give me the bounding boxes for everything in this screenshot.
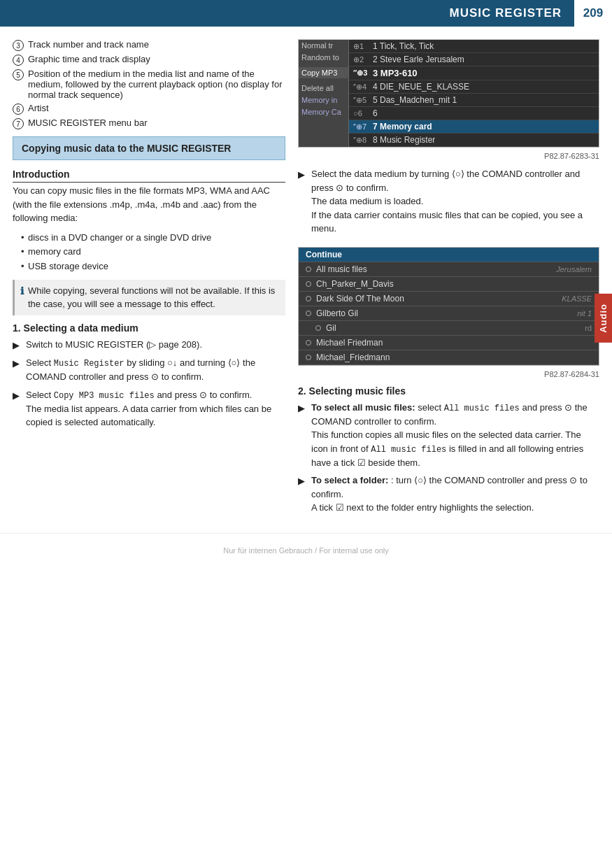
step1-heading: 1. Selecting a data medium: [13, 322, 285, 334]
menu-row-7: Michael_Friedmann: [299, 350, 599, 365]
right-arrow-step2-2: ▶: [298, 474, 308, 488]
step1-item-3: ▶ Select Copy MP3 music files and press …: [13, 388, 285, 429]
arrow-icon-2: ▶: [13, 357, 22, 371]
dot-icon-2: [306, 281, 311, 287]
menu-label-5: Gil: [326, 323, 336, 333]
item-6-text: Artist: [28, 103, 49, 113]
item-5-text: Position of the medium in the media list…: [28, 69, 285, 100]
list-item-3: 3 Track number and track name: [13, 39, 285, 51]
circle-5: 5: [13, 69, 24, 80]
menu-row-1: All music files Jerusalem: [299, 262, 599, 277]
screenshot2-caption: P82.87-6284-31: [298, 370, 599, 378]
screen-row-7: ″⊕7 7 Memory card: [349, 120, 599, 134]
bullet-2: memory card: [21, 245, 285, 259]
page-header: MUSIC REGISTER 209: [0, 0, 612, 27]
section-box-title: Copying music data to the MUSIC REGISTER: [22, 143, 231, 154]
screen-row-4: ″⊕4 4 DIE_NEUE_E_KLASSE: [349, 80, 599, 94]
screenshot1: Normal tr Random to Copy MP3 Delete all …: [298, 39, 599, 148]
menu-row-6: Michael Friedman: [299, 336, 599, 350]
step2-bold-1: To select all music files:: [311, 402, 415, 413]
dot-icon-3: [306, 296, 311, 301]
intro-paragraph: You can copy music files in the file for…: [13, 184, 285, 225]
menu-row-4: Gilberto Gil nit 1: [299, 306, 599, 321]
dot-icon-7: [306, 355, 311, 360]
circle-list: 3 Track number and track name 4 Graphic …: [13, 39, 285, 129]
left-column: 3 Track number and track name 4 Graphic …: [13, 39, 285, 519]
page-footer: Nur für internen Gebrauch / For internal…: [0, 533, 612, 562]
list-item-5: 5 Position of the medium in the media li…: [13, 69, 285, 100]
arrow-icon-1: ▶: [13, 339, 22, 353]
menu-label-7: Michael_Friedmann: [316, 353, 390, 362]
step2-item-1: ▶ To select all music files: select All …: [298, 401, 599, 470]
header-title: MUSIC REGISTER: [0, 6, 574, 20]
code-all-music-2: All music files: [371, 445, 446, 455]
circle-4: 4: [13, 55, 24, 66]
code-music-register: Music Register: [54, 359, 124, 369]
item-4-text: Graphic time and track display: [28, 54, 150, 64]
info-icon: ℹ: [20, 284, 24, 299]
code-all-music: All music files: [444, 404, 520, 413]
bullet-1: discs in a DVD changer or a single DVD d…: [21, 231, 285, 246]
bullet-list: discs in a DVD changer or a single DVD d…: [21, 231, 285, 274]
menu-label-1: All music files: [316, 264, 367, 274]
step1-text-1: Switch to MUSIC REGISTER (▷ page 208).: [26, 338, 202, 352]
circle-6: 6: [13, 104, 24, 115]
menu-row-5: Gil rd: [299, 321, 599, 336]
step1-text-2: Select Music Register by sliding ○↓ and …: [26, 356, 285, 384]
introduction-heading: Introduction: [13, 169, 285, 183]
screen-row-2: ⊕2 2 Steve Earle Jerusalem: [349, 53, 599, 66]
menu-label-3: Dark Side Of The Moon: [316, 294, 404, 304]
right-select-text-1: Select the data medium by turning ⟨○⟩ th…: [311, 167, 599, 236]
code-copy-mp3: Copy MP3 music files: [54, 391, 155, 401]
step2-heading: 2. Selecting music files: [298, 385, 599, 397]
dot-icon-5: [315, 325, 321, 331]
dot-icon-4: [306, 311, 311, 316]
item-7-text: MUSIC REGISTER menu bar: [28, 118, 148, 128]
right-arrow-step2-1: ▶: [298, 401, 308, 415]
list-item-7: 7 MUSIC REGISTER menu bar: [13, 118, 285, 129]
circle-7: 7: [13, 118, 24, 129]
circle-3: 3: [13, 40, 24, 51]
section-box: Copying music data to the MUSIC REGISTER: [13, 136, 285, 160]
dot-icon-1: [306, 266, 311, 272]
screen-row-8: ″⊕8 8 Music Register: [349, 134, 599, 147]
step2-text-1: To select all music files: select All mu…: [311, 401, 599, 470]
page-body: 3 Track number and track name 4 Graphic …: [0, 27, 612, 519]
info-block: ℹ While copying, several functions will …: [13, 280, 285, 315]
item-3-text: Track number and track name: [28, 39, 149, 50]
right-select-item-1: ▶ Select the data medium by turning ⟨○⟩ …: [298, 167, 599, 236]
list-item-6: 6 Artist: [13, 103, 285, 115]
menu-header-label: Continue: [306, 250, 342, 259]
screen-row-1: ⊕1 1 Tick, Tick, Tick: [349, 40, 599, 53]
step1-text-3: Select Copy MP3 music files and press ⊙ …: [26, 388, 285, 429]
arrow-icon-3: ▶: [13, 389, 22, 403]
footer-text: Nur für internen Gebrauch / For internal…: [223, 546, 389, 555]
step2-text-2: To select a folder: : turn ⟨○⟩ the COMAN…: [311, 474, 599, 515]
screenshot1-caption: P82.87-6283-31: [298, 152, 599, 160]
menu-label-6: Michael Friedman: [316, 338, 383, 348]
step1-item-1: ▶ Switch to MUSIC REGISTER (▷ page 208).: [13, 338, 285, 353]
screen-row-5: ″⊕5 5 Das_Madchen_mit 1: [349, 94, 599, 107]
screen-row-6: ○6 6: [349, 107, 599, 120]
step2-item-2: ▶ To select a folder: : turn ⟨○⟩ the COM…: [298, 474, 599, 515]
right-arrow-1: ▶: [298, 168, 308, 182]
audio-tab: Audio: [595, 294, 612, 343]
step2-bold-2: To select a folder:: [311, 475, 388, 485]
page-number: 209: [574, 0, 612, 27]
dot-icon-6: [306, 340, 311, 346]
info-text: While copying, several functions will no…: [28, 284, 280, 311]
menu-label-4: Gilberto Gil: [316, 308, 358, 318]
step1-item-2: ▶ Select Music Register by sliding ○↓ an…: [13, 356, 285, 384]
right-column: Normal tr Random to Copy MP3 Delete all …: [298, 39, 599, 519]
menu-header-row: Continue: [299, 248, 599, 262]
menu-row-2: Ch_Parker_M_Davis: [299, 277, 599, 292]
list-item-4: 4 Graphic time and track display: [13, 54, 285, 66]
screen-row-3: ″⊕3 3 MP3-610: [349, 66, 599, 80]
screenshot2: Continue All music files Jerusalem Ch_Pa…: [298, 247, 599, 366]
bullet-3: USB storage device: [21, 259, 285, 274]
menu-label-2: Ch_Parker_M_Davis: [316, 279, 394, 289]
menu-row-3: Dark Side Of The Moon KLASSE: [299, 292, 599, 306]
